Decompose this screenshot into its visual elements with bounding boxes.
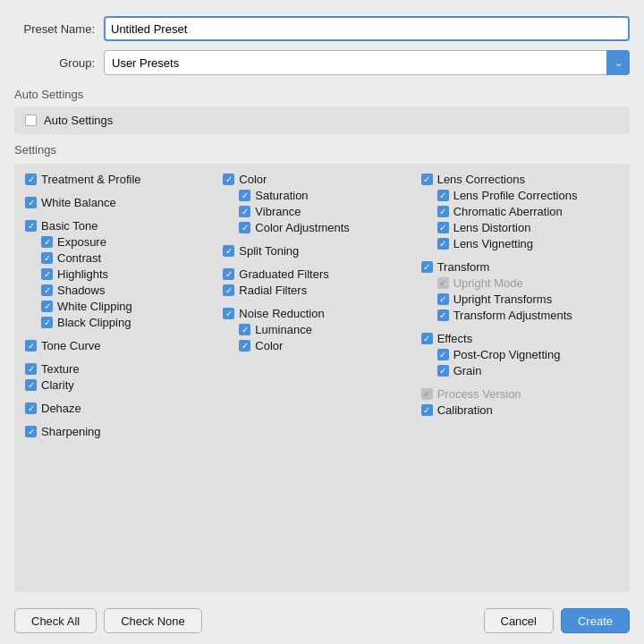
transform-adjustments-checkbox[interactable] <box>437 309 449 321</box>
list-item: Tone Curve <box>25 339 223 352</box>
radial-filters-checkbox[interactable] <box>223 284 234 296</box>
transform-label: Transform <box>437 260 490 274</box>
transform-adjustments-label: Transform Adjustments <box>453 309 572 322</box>
process-version-label: Process Version <box>437 387 521 401</box>
list-item: Shadows <box>25 284 223 297</box>
list-item: Chromatic Aberration <box>421 205 619 218</box>
highlights-checkbox[interactable] <box>41 268 53 280</box>
list-item: Lens Distortion <box>421 221 619 234</box>
list-item: Sharpening <box>25 425 223 438</box>
black-clipping-checkbox[interactable] <box>41 317 53 328</box>
clarity-label: Clarity <box>41 378 74 392</box>
basic-tone-label: Basic Tone <box>41 219 97 233</box>
color-label: Color <box>239 173 267 186</box>
list-item: Grain <box>421 364 619 377</box>
process-version-checkbox[interactable] <box>421 388 433 400</box>
saturation-checkbox[interactable] <box>239 190 250 201</box>
shadows-checkbox[interactable] <box>41 284 53 296</box>
exposure-label: Exposure <box>57 235 106 249</box>
luminance-checkbox[interactable] <box>239 324 250 335</box>
list-item: Process Version <box>421 387 619 401</box>
noise-reduction-checkbox[interactable] <box>223 308 234 319</box>
dehaze-label: Dehaze <box>41 402 81 415</box>
preset-name-input[interactable] <box>104 16 630 41</box>
lens-profile-corrections-checkbox[interactable] <box>437 190 449 201</box>
auto-settings-checkbox[interactable] <box>25 114 37 126</box>
vibrance-checkbox[interactable] <box>239 206 250 217</box>
lens-distortion-label: Lens Distortion <box>453 221 531 234</box>
white-balance-label: White Balance <box>41 196 116 209</box>
calibration-label: Calibration <box>437 403 493 417</box>
settings-header: Settings <box>14 143 630 157</box>
check-none-button[interactable]: Check None <box>104 608 202 633</box>
shadows-label: Shadows <box>57 284 105 297</box>
effects-checkbox[interactable] <box>421 333 433 344</box>
bottom-bar: Check All Check None Cancel Create <box>14 599 630 644</box>
group-select[interactable]: User Presets <box>104 50 630 75</box>
lens-corrections-label: Lens Corrections <box>437 173 525 186</box>
settings-columns: Treatment & Profile White Balance Basic … <box>25 173 619 441</box>
list-item: Basic Tone <box>25 219 223 233</box>
nr-color-checkbox[interactable] <box>239 340 250 352</box>
lens-vignetting-checkbox[interactable] <box>437 238 449 250</box>
cancel-button[interactable]: Cancel <box>484 608 554 633</box>
color-checkbox[interactable] <box>223 174 234 185</box>
color-adjustments-label: Color Adjustments <box>255 221 350 234</box>
bottom-right-buttons: Cancel Create <box>484 608 631 633</box>
list-item: Noise Reduction <box>223 307 420 320</box>
graduated-filters-checkbox[interactable] <box>223 268 234 280</box>
upright-mode-checkbox[interactable] <box>437 277 449 289</box>
contrast-checkbox[interactable] <box>41 252 53 264</box>
upright-transforms-label: Upright Transforms <box>453 292 553 306</box>
list-item: Effects <box>421 332 619 345</box>
treatment-profile-checkbox[interactable] <box>25 174 37 185</box>
lens-vignetting-label: Lens Vignetting <box>453 237 533 250</box>
color-adjustments-checkbox[interactable] <box>239 222 250 233</box>
upright-transforms-checkbox[interactable] <box>437 293 449 305</box>
calibration-checkbox[interactable] <box>421 404 433 416</box>
basic-tone-checkbox[interactable] <box>25 220 37 232</box>
list-item: Texture <box>25 362 223 376</box>
create-button[interactable]: Create <box>561 608 630 633</box>
list-item: Black Clipping <box>25 316 223 329</box>
luminance-label: Luminance <box>255 323 312 336</box>
transform-checkbox[interactable] <box>421 261 433 273</box>
clarity-checkbox[interactable] <box>25 379 37 391</box>
list-item: Lens Vignetting <box>421 237 619 250</box>
black-clipping-label: Black Clipping <box>57 316 131 329</box>
lens-distortion-checkbox[interactable] <box>437 222 449 233</box>
exposure-checkbox[interactable] <box>41 236 53 248</box>
list-item: Color Adjustments <box>223 221 420 234</box>
list-item: Saturation <box>223 189 420 202</box>
list-item: Contrast <box>25 251 223 265</box>
list-item: Transform Adjustments <box>421 309 619 322</box>
saturation-label: Saturation <box>255 189 308 202</box>
dehaze-checkbox[interactable] <box>25 402 37 414</box>
lens-corrections-checkbox[interactable] <box>421 174 433 185</box>
list-item: Radial Filters <box>223 284 420 297</box>
list-item: Treatment & Profile <box>25 173 223 186</box>
list-item: Split Toning <box>223 244 420 258</box>
split-toning-checkbox[interactable] <box>223 245 234 257</box>
sharpening-checkbox[interactable] <box>25 426 37 437</box>
texture-checkbox[interactable] <box>25 363 37 375</box>
post-crop-vignetting-label: Post-Crop Vignetting <box>453 348 561 361</box>
auto-settings-header: Auto Settings <box>14 88 630 101</box>
list-item: White Balance <box>25 196 223 209</box>
sharpening-label: Sharpening <box>41 425 101 438</box>
list-item: Highlights <box>25 267 223 281</box>
settings-col2: Color Saturation Vibrance Color Adjustme… <box>223 173 420 355</box>
post-crop-vignetting-checkbox[interactable] <box>437 349 449 360</box>
grain-checkbox[interactable] <box>437 365 449 377</box>
white-clipping-checkbox[interactable] <box>41 301 53 312</box>
tone-curve-checkbox[interactable] <box>25 340 37 352</box>
white-balance-checkbox[interactable] <box>25 197 37 208</box>
chromatic-aberration-checkbox[interactable] <box>437 206 449 217</box>
auto-settings-label: Auto Settings <box>44 114 113 127</box>
list-item: Upright Transforms <box>421 292 619 306</box>
list-item: Upright Mode <box>421 276 619 290</box>
white-clipping-label: White Clipping <box>57 300 132 313</box>
bottom-left-buttons: Check All Check None <box>14 608 202 633</box>
check-all-button[interactable]: Check All <box>14 608 97 633</box>
noise-reduction-label: Noise Reduction <box>239 307 324 320</box>
